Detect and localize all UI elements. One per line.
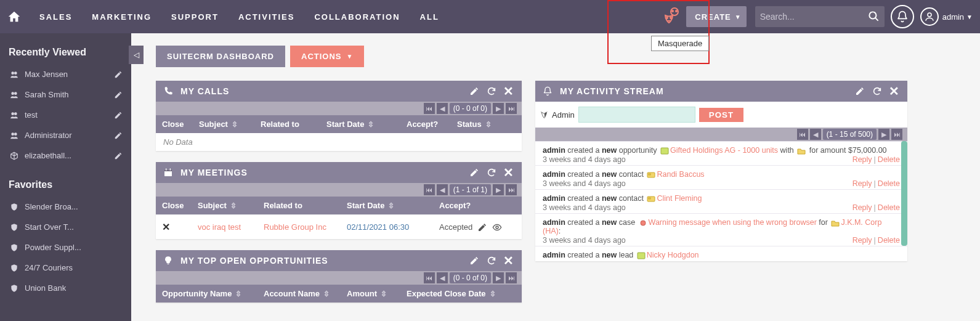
sidebar-item[interactable]: Max Jensen	[0, 64, 131, 84]
refresh-icon[interactable]	[486, 86, 497, 97]
meeting-related-link[interactable]: Rubble Group Inc	[264, 222, 326, 232]
home-icon[interactable]	[7, 10, 21, 23]
pager-next-icon[interactable]: ▶	[493, 103, 504, 114]
activity-link[interactable]: Nicky Hodgdon	[647, 251, 699, 259]
expand-icon[interactable]: ⮛	[540, 110, 548, 120]
pager-last-icon[interactable]: ⏭	[506, 184, 517, 195]
edit-icon[interactable]	[477, 222, 487, 232]
pager-first-icon[interactable]: ⏮	[424, 184, 435, 195]
row-close-icon[interactable]: ✕	[162, 221, 170, 233]
search-icon[interactable]	[868, 10, 880, 23]
reply-link[interactable]: Reply	[852, 236, 872, 245]
col-startdate[interactable]: Start Date⇳	[341, 197, 433, 214]
nav-all[interactable]: ALL	[410, 0, 449, 33]
edit-icon[interactable]	[469, 86, 480, 97]
sidebar-item[interactable]: Sarah Smith	[0, 84, 131, 105]
pager-first-icon[interactable]: ⏮	[424, 272, 435, 283]
reply-link[interactable]: Reply	[852, 179, 872, 188]
notifications-icon[interactable]	[891, 5, 914, 28]
activity-input[interactable]	[578, 107, 695, 123]
nav-support[interactable]: SUPPORT	[161, 0, 229, 33]
col-opp-name[interactable]: Opportunity Name⇳	[156, 285, 257, 303]
pager-first-icon[interactable]: ⏮	[797, 129, 808, 140]
nav-activities[interactable]: ACTIVITIES	[229, 0, 305, 33]
pager-prev-icon[interactable]: ◀	[437, 272, 448, 283]
refresh-icon[interactable]	[486, 167, 497, 178]
tab-dashboard[interactable]: SUITECRM DASHBOARD	[156, 46, 285, 67]
col-close[interactable]: Close	[156, 197, 192, 214]
pager-prev-icon[interactable]: ◀	[810, 129, 821, 140]
close-icon[interactable]: ✕	[503, 255, 514, 266]
sidebar-item[interactable]: Slender Broa...	[0, 197, 131, 217]
scrollbar[interactable]	[901, 141, 907, 246]
pencil-icon[interactable]	[114, 111, 123, 120]
refresh-icon[interactable]	[486, 255, 497, 266]
masquerade-icon[interactable]	[662, 7, 681, 26]
close-icon[interactable]: ✕	[889, 86, 900, 97]
create-button[interactable]: CREATE ▼	[686, 6, 746, 27]
pencil-icon[interactable]	[114, 91, 123, 99]
pager-next-icon[interactable]: ▶	[493, 272, 504, 283]
col-accept[interactable]: Accept?	[400, 115, 451, 133]
activity-link[interactable]: Warning message when using the wrong bro…	[649, 218, 817, 227]
col-accept[interactable]: Accept?	[433, 197, 522, 214]
reply-link[interactable]: Reply	[852, 203, 872, 212]
search-input[interactable]	[760, 12, 868, 22]
user-menu[interactable]: admin ▼	[942, 12, 973, 22]
pager-last-icon[interactable]: ⏭	[506, 103, 517, 114]
close-icon[interactable]: ✕	[503, 167, 514, 178]
refresh-icon[interactable]	[872, 86, 883, 97]
delete-link[interactable]: Delete	[878, 179, 900, 188]
pager-next-icon[interactable]: ▶	[493, 184, 504, 195]
activity-link[interactable]: Randi Baccus	[657, 170, 704, 179]
nav-collaboration[interactable]: COLLABORATION	[304, 0, 410, 33]
edit-icon[interactable]	[469, 167, 480, 178]
pager-first-icon[interactable]: ⏮	[424, 103, 435, 114]
col-subject[interactable]: Subject⇳	[193, 115, 254, 133]
col-status[interactable]: Status⇳	[451, 115, 522, 133]
nav-sales[interactable]: SALES	[30, 0, 82, 33]
col-close[interactable]: Close	[156, 115, 193, 133]
pager-prev-icon[interactable]: ◀	[437, 184, 448, 195]
col-close-date[interactable]: Expected Close Date⇳	[400, 285, 522, 303]
col-account-name[interactable]: Account Name⇳	[257, 285, 341, 303]
close-icon[interactable]: ✕	[503, 86, 514, 97]
col-amount[interactable]: Amount⇳	[341, 285, 400, 303]
sidebar-collapse-toggle[interactable]: ◁	[129, 46, 144, 64]
col-subject[interactable]: Subject⇳	[192, 197, 257, 214]
main-content: SUITECRM DASHBOARD ACTIONS ▼ MY CALLS ✕	[131, 33, 980, 321]
activity-link[interactable]: Gifted Holdings AG - 1000 units	[670, 146, 778, 155]
meeting-subject-link[interactable]: voc iraq test	[198, 222, 241, 232]
delete-link[interactable]: Delete	[878, 203, 900, 212]
edit-icon[interactable]	[854, 86, 865, 97]
pencil-icon[interactable]	[114, 70, 123, 79]
pager-last-icon[interactable]: ⏭	[891, 129, 902, 140]
pager-prev-icon[interactable]: ◀	[437, 103, 448, 114]
pencil-icon[interactable]	[114, 152, 123, 160]
tab-actions[interactable]: ACTIONS ▼	[290, 46, 364, 67]
col-related[interactable]: Related to	[254, 115, 320, 133]
sidebar-item[interactable]: Start Over T...	[0, 217, 131, 237]
pager-last-icon[interactable]: ⏭	[506, 272, 517, 283]
col-related[interactable]: Related to	[257, 197, 341, 214]
pager-next-icon[interactable]: ▶	[878, 129, 889, 140]
search-box[interactable]	[755, 6, 885, 27]
col-startdate[interactable]: Start Date⇳	[320, 115, 400, 133]
activity-link[interactable]: Clint Fleming	[657, 194, 702, 203]
sidebar-item[interactable]: 24/7 Couriers	[0, 258, 131, 278]
sidebar-item[interactable]: Union Bank	[0, 278, 131, 298]
sidebar-item[interactable]: Powder Suppl...	[0, 237, 131, 258]
user-avatar-icon[interactable]	[920, 7, 939, 26]
sidebar-item[interactable]: elizabethall...	[0, 145, 131, 166]
edit-icon[interactable]	[469, 255, 480, 266]
delete-link[interactable]: Delete	[878, 236, 900, 245]
reply-link[interactable]: Reply	[852, 155, 872, 164]
sidebar-item[interactable]: Administrator	[0, 125, 131, 145]
pencil-icon[interactable]	[114, 131, 123, 140]
delete-link[interactable]: Delete	[878, 155, 900, 164]
view-icon[interactable]	[492, 222, 502, 232]
svg-rect-19	[170, 168, 171, 170]
sidebar-item[interactable]: test	[0, 105, 131, 125]
post-button[interactable]: POST	[699, 108, 743, 122]
nav-marketing[interactable]: MARKETING	[82, 0, 161, 33]
